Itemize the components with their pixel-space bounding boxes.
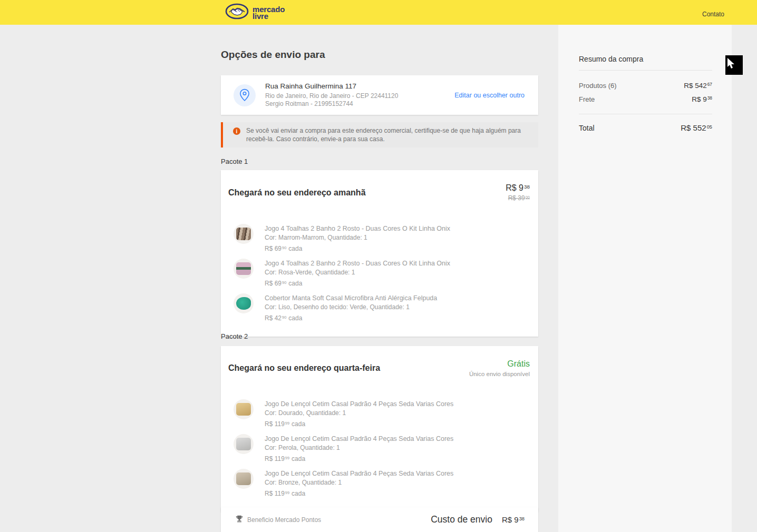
product-title: Jogo De Lençol Cetim Casal Padrão 4 Peça… (265, 470, 453, 478)
product-row: Jogo 4 Toalhas 2 Banho 2 Rosto - Duas Co… (221, 224, 538, 252)
product-thumbnail (234, 259, 254, 279)
shipping-option-2[interactable]: Chegará no seu endereço quarta-feira Grá… (221, 346, 538, 388)
product-title: Jogo 4 Toalhas 2 Banho 2 Rosto - Duas Co… (265, 225, 450, 233)
shipping-2-price-block: Grátis Único envio disponível (469, 359, 530, 377)
address-line2: Rio de Janeiro, Rio de Janeiro - CEP 224… (265, 92, 398, 100)
product-row: Jogo De Lençol Cetim Casal Padrão 4 Peça… (221, 434, 538, 462)
shipping-1-old-price: R$ 3900 (506, 194, 530, 202)
notice-banner: i Se você vai enviar a compra para este … (221, 122, 538, 147)
product-thumbnail (234, 399, 254, 419)
shipping-cost-value: R$ 938 (502, 515, 525, 524)
package-1-label: Pacote 1 (221, 157, 248, 165)
package-2-card: Chegará no seu endereço quarta-feira Grá… (221, 346, 538, 512)
package-2-label: Pacote 2 (221, 332, 248, 340)
product-title: Jogo 4 Toalhas 2 Banho 2 Rosto - Duas Co… (265, 260, 450, 268)
product-thumbnail (234, 224, 254, 244)
product-price: R$ 11999cada (265, 490, 453, 497)
product-title: Jogo De Lençol Cetim Casal Padrão 4 Peça… (265, 435, 453, 443)
mercadolivre-logo[interactable]: mercado livre (225, 3, 285, 22)
product-attrs: Cor: Liso, Desenho do tecido: Verde, Qua… (265, 303, 437, 311)
address-text: Rua Rainha Guilhermina 117 Rio de Janeir… (265, 82, 398, 108)
contato-link[interactable]: Contato (702, 11, 724, 18)
logo-handshake-icon (225, 3, 249, 22)
shipping-1-price-block: R$ 938 R$ 3900 (506, 183, 530, 202)
product-row: Jogo De Lençol Cetim Casal Padrão 4 Peça… (221, 469, 538, 497)
package-1-card: Chegará no seu endereço amanhã R$ 938 R$… (221, 170, 538, 337)
shipping-cost-bar: Beneficio Mercado Pontos Custo de envio … (221, 507, 538, 532)
summary-total-value: R$ 55205 (681, 123, 712, 132)
summary-total-label: Total (579, 124, 595, 132)
shipping-1-price: R$ 938 (506, 183, 530, 193)
summary-products-label: Produtos (6) (579, 82, 617, 90)
product-thumbnail (234, 434, 254, 454)
cursor-overlay (725, 55, 743, 75)
product-title: Jogo De Lençol Cetim Casal Padrão 4 Peça… (265, 400, 453, 408)
product-price: R$ 11999cada (265, 455, 453, 462)
summary-row-frete: Frete R$ 938 (579, 95, 712, 103)
location-pin-icon (234, 84, 256, 106)
summary-frete-label: Frete (579, 95, 595, 103)
cost-group: Custo de envio R$ 938 (431, 514, 525, 525)
product-attrs: Cor: Bronze, Quantidade: 1 (265, 479, 453, 486)
free-badge: Grátis (469, 359, 530, 369)
product-attrs: Cor: Dourado, Quantidade: 1 (265, 409, 453, 417)
address-line1: Rua Rainha Guilhermina 117 (265, 82, 398, 90)
info-icon: i (233, 127, 240, 135)
free-note: Único envio disponível (469, 371, 530, 377)
product-thumbnail (234, 293, 254, 313)
summary-divider (579, 114, 712, 114)
shipping-option-1[interactable]: Chegará no seu endereço amanhã R$ 938 R$… (221, 170, 538, 212)
edit-address-link[interactable]: Editar ou escolher outro (454, 92, 525, 99)
product-price: R$ 11999cada (265, 420, 453, 428)
product-row: Cobertor Manta Soft Casal Microfibra Ant… (221, 293, 538, 322)
product-attrs: Cor: Marrom-Marrom, Quantidade: 1 (265, 234, 450, 241)
summary-panel: Resumo da compra Produtos (6) R$ 54267 F… (558, 25, 732, 532)
shipping-2-title: Chegará no seu endereço quarta-feira (228, 363, 380, 373)
product-attrs: Cor: Perola, Quantidade: 1 (265, 444, 453, 451)
notice-text: Se você vai enviar a compra para este en… (246, 126, 529, 147)
product-title: Cobertor Manta Soft Casal Microfibra Ant… (265, 294, 437, 302)
shipping-1-title: Chegará no seu endereço amanhã (228, 188, 366, 198)
benefit-label: Beneficio Mercado Pontos (247, 516, 321, 524)
shipping-cost-label: Custo de envio (431, 514, 492, 525)
brand-text: mercado livre (253, 6, 285, 19)
product-attrs: Cor: Rosa-Verde, Quantidade: 1 (265, 269, 450, 276)
product-thumbnail (234, 469, 254, 489)
purchase-summary: Resumo da compra Produtos (6) R$ 54267 F… (579, 55, 712, 132)
trophy-icon (236, 515, 243, 524)
address-card: Rua Rainha Guilhermina 117 Rio de Janeir… (221, 75, 538, 115)
product-row: Jogo 4 Toalhas 2 Banho 2 Rosto - Duas Co… (221, 259, 538, 287)
product-price: R$ 4290cada (265, 314, 437, 322)
summary-title: Resumo da compra (579, 55, 712, 71)
header: mercado livre Contato (0, 0, 757, 25)
benefit-group: Beneficio Mercado Pontos (236, 515, 321, 524)
package-2-items: Jogo De Lençol Cetim Casal Padrão 4 Peça… (221, 388, 538, 497)
summary-row-products: Produtos (6) R$ 54267 (579, 82, 712, 90)
summary-frete-value: R$ 938 (692, 95, 712, 103)
summary-row-total: Total R$ 55205 (579, 123, 712, 132)
summary-products-value: R$ 54267 (684, 82, 712, 90)
page-title: Opções de envio para (221, 49, 325, 61)
package-1-items: Jogo 4 Toalhas 2 Banho 2 Rosto - Duas Co… (221, 212, 538, 322)
product-price: R$ 6990cada (265, 280, 450, 287)
product-row: Jogo De Lençol Cetim Casal Padrão 4 Peça… (221, 399, 538, 428)
address-line3: Sergio Roitman - 21995152744 (265, 100, 398, 108)
product-price: R$ 6990cada (265, 245, 450, 252)
